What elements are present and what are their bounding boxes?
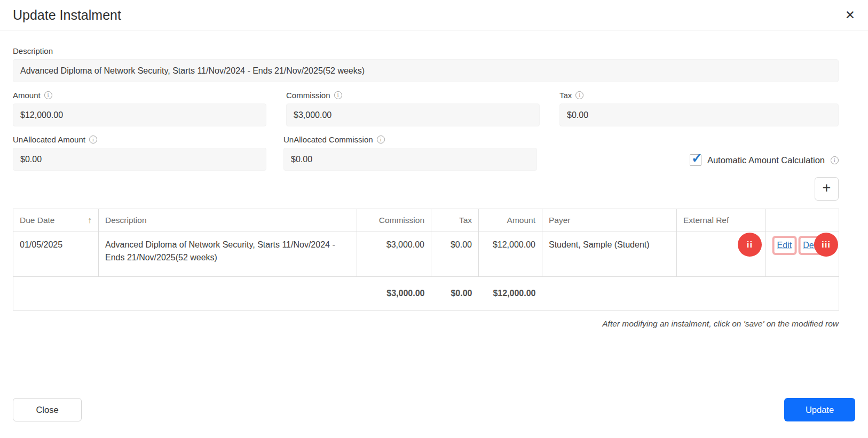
auto-calc-group: ✓ Automatic Amount Calculation i — [690, 154, 839, 166]
col-header-actions — [766, 209, 839, 232]
cell-due-date: 01/05/2025 — [13, 232, 99, 277]
amount-input[interactable]: $12,000.00 — [13, 103, 266, 126]
info-icon[interactable]: i — [334, 91, 342, 99]
instruction-note: After modifying an instalment, click on … — [13, 319, 839, 329]
sort-ascending-icon[interactable]: ↑ — [88, 216, 92, 225]
close-icon[interactable]: ✕ — [845, 9, 855, 21]
close-button[interactable]: Close — [13, 398, 82, 421]
total-tax: $0.00 — [431, 277, 479, 310]
unallocated-commission-input[interactable]: $0.00 — [283, 148, 537, 171]
unallocated-commission-label: UnAllocated Commission i — [283, 135, 537, 144]
info-icon[interactable]: i — [89, 136, 97, 144]
instalments-table: Due Date ↑ Description Commission Tax Am… — [13, 209, 839, 310]
annotation-badge-iii: iii — [814, 233, 838, 257]
table-header-row: Due Date ↑ Description Commission Tax Am… — [13, 209, 839, 232]
edit-annotation-box: Edit — [772, 236, 797, 255]
col-header-tax[interactable]: Tax — [431, 209, 479, 232]
add-row: + — [13, 177, 839, 201]
unallocated-row: UnAllocated Amount i $0.00 UnAllocated C… — [13, 135, 839, 171]
auto-calc-area: ✓ Automatic Amount Calculation i — [554, 135, 839, 171]
cell-description: Advanced Diploma of Network Security, St… — [99, 232, 357, 277]
amount-label: Amount i — [13, 91, 266, 100]
check-icon: ✓ — [691, 150, 703, 166]
info-icon[interactable]: i — [44, 91, 52, 99]
unallocated-amount-input[interactable]: $0.00 — [13, 148, 266, 171]
add-instalment-button[interactable]: + — [815, 177, 839, 201]
cell-actions: ii Edit Delete iii — [766, 232, 839, 277]
edit-link[interactable]: Edit — [777, 241, 792, 250]
col-header-commission[interactable]: Commission — [357, 209, 431, 232]
tax-field-block: Tax i $0.00 — [559, 91, 839, 126]
auto-calc-checkbox[interactable]: ✓ — [690, 154, 701, 166]
unallocated-commission-field-block: UnAllocated Commission i $0.00 — [283, 135, 537, 171]
info-icon[interactable]: i — [831, 156, 839, 164]
table-row: 01/05/2025 Advanced Diploma of Network S… — [13, 232, 839, 277]
col-header-external-ref[interactable]: External Ref — [677, 209, 766, 232]
modal-footer: Close Update — [13, 398, 855, 421]
col-header-due-date[interactable]: Due Date ↑ — [13, 209, 99, 232]
cell-commission: $3,000.00 — [357, 232, 431, 277]
total-commission: $3,000.00 — [357, 277, 431, 310]
page-title: Update Instalment — [13, 7, 121, 23]
total-amount: $12,000.00 — [479, 277, 542, 310]
update-button[interactable]: Update — [784, 398, 855, 421]
modal-body: Description Advanced Diploma of Network … — [13, 46, 839, 329]
description-field-block: Description Advanced Diploma of Network … — [13, 46, 839, 82]
annotation-badge-ii: ii — [738, 233, 762, 257]
col-header-amount[interactable]: Amount — [479, 209, 542, 232]
amount-field-block: Amount i $12,000.00 — [13, 91, 266, 126]
unallocated-amount-label: UnAllocated Amount i — [13, 135, 266, 144]
col-header-description[interactable]: Description — [99, 209, 357, 232]
info-icon[interactable]: i — [575, 91, 583, 99]
modal-header: Update Instalment ✕ — [0, 0, 868, 30]
tax-input[interactable]: $0.00 — [559, 103, 839, 126]
tax-label: Tax i — [559, 91, 839, 100]
description-input[interactable]: Advanced Diploma of Network Security, St… — [13, 59, 839, 82]
commission-label: Commission i — [286, 91, 540, 100]
description-label: Description — [13, 46, 839, 55]
totals-row: $3,000.00 $0.00 $12,000.00 — [13, 277, 839, 310]
unallocated-amount-field-block: UnAllocated Amount i $0.00 — [13, 135, 266, 171]
cell-amount: $12,000.00 — [479, 232, 542, 277]
commission-field-block: Commission i $3,000.00 — [286, 91, 540, 126]
cell-tax: $0.00 — [431, 232, 479, 277]
auto-calc-label: Automatic Amount Calculation — [707, 155, 825, 165]
info-icon[interactable]: i — [377, 136, 385, 144]
col-header-payer[interactable]: Payer — [542, 209, 677, 232]
amount-row: Amount i $12,000.00 Commission i $3,000.… — [13, 91, 839, 126]
commission-input[interactable]: $3,000.00 — [286, 103, 540, 126]
cell-payer: Student, Sample (Student) — [542, 232, 677, 277]
